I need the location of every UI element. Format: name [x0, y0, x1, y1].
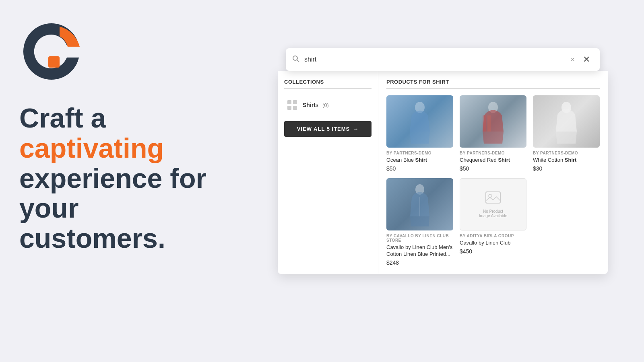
- product-card-1[interactable]: BY PARTNERS-DEMO Ocean Blue Shirt $50: [386, 95, 453, 172]
- collection-name-bold: Shirt: [303, 102, 316, 108]
- no-image-icon: [485, 190, 501, 208]
- products-column: Products for shirt BY PARTNERS-DEMO Ocea…: [378, 71, 608, 274]
- svg-rect-10: [487, 115, 491, 132]
- search-input[interactable]: [304, 56, 567, 63]
- logo: [19, 19, 84, 84]
- collections-column: Collections Shirts (0) VIEW ALL 5 ITEMS: [278, 71, 378, 274]
- left-panel: Craft a captivating experience for your …: [0, 0, 242, 362]
- view-all-label: VIEW ALL 5 ITEMS: [297, 126, 350, 132]
- product-3-name: White Cotton Shirt: [533, 157, 600, 164]
- collection-icon: [286, 99, 299, 111]
- product-card-5[interactable]: No ProductImage Available BY ADITYA BIRL…: [460, 178, 526, 266]
- collection-name: Shirts: [303, 102, 318, 108]
- headline-line4: your customers.: [19, 193, 222, 253]
- products-header: Products for shirt: [386, 79, 600, 89]
- product-4-price: $248: [386, 259, 453, 266]
- collections-header: Collections: [284, 79, 372, 89]
- right-panel: × ✕ Collections Shirts (0): [242, 0, 644, 362]
- svg-rect-9: [483, 115, 486, 132]
- svg-rect-6: [293, 106, 297, 110]
- product-card-2[interactable]: BY PARTNERS-DEMO Chequered Red Shirt $50: [460, 95, 526, 172]
- collection-name-suffix: s: [316, 102, 318, 108]
- svg-rect-3: [287, 100, 291, 104]
- product-image-5-placeholder: No ProductImage Available: [460, 178, 526, 230]
- product-2-name: Chequered Red Shirt: [460, 157, 526, 164]
- svg-line-2: [297, 60, 299, 62]
- product-card-3[interactable]: BY PARTNERS-DEMO White Cotton Shirt $30: [533, 95, 600, 172]
- products-grid: BY PARTNERS-DEMO Ocean Blue Shirt $50: [386, 95, 600, 266]
- svg-point-15: [489, 194, 492, 197]
- product-3-by: BY PARTNERS-DEMO: [533, 151, 600, 155]
- product-image-3: [533, 95, 600, 148]
- product-1-name: Ocean Blue Shirt: [386, 157, 453, 164]
- product-5-price: $450: [460, 248, 526, 255]
- product-image-2: [460, 95, 526, 148]
- view-all-button[interactable]: VIEW ALL 5 ITEMS →: [284, 121, 372, 137]
- product-card-4[interactable]: BY CAVALLO BY LINEN CLUB STORE Cavallo b…: [386, 178, 453, 266]
- search-icon: [292, 55, 299, 64]
- search-results-panel: Collections Shirts (0) VIEW ALL 5 ITEMS: [278, 71, 608, 274]
- search-bar: × ✕: [286, 48, 600, 71]
- no-image-text: No ProductImage Available: [479, 209, 507, 218]
- product-2-price: $50: [460, 165, 526, 172]
- product-image-4: [386, 178, 453, 230]
- product-4-by: BY CAVALLO BY LINEN CLUB STORE: [386, 234, 453, 243]
- collection-count: (0): [322, 102, 329, 108]
- product-5-name: Cavallo by Linen Club: [460, 240, 526, 247]
- product-1-by: BY PARTNERS-DEMO: [386, 151, 453, 155]
- product-image-1: [386, 95, 453, 148]
- svg-rect-4: [293, 100, 297, 104]
- svg-rect-14: [486, 192, 500, 203]
- svg-rect-5: [287, 106, 291, 110]
- product-3-price: $30: [533, 165, 600, 172]
- search-close-button[interactable]: ✕: [580, 53, 593, 66]
- product-4-name: Cavallo by Linen Club Men's Cotton Linen…: [386, 244, 453, 258]
- headline-line2: captivating: [19, 133, 222, 163]
- view-all-arrow: →: [353, 126, 359, 132]
- product-2-by: BY PARTNERS-DEMO: [460, 151, 526, 155]
- product-5-by: BY ADITYA BIRLA GROUP: [460, 234, 526, 238]
- headline-line3: experience for: [19, 163, 222, 193]
- headline-line1: Craft a: [19, 103, 222, 133]
- search-clear-button[interactable]: ×: [567, 54, 578, 66]
- collection-item-shirts[interactable]: Shirts (0): [284, 95, 372, 115]
- headline: Craft a captivating experience for your …: [19, 103, 222, 253]
- svg-rect-0: [48, 56, 60, 68]
- product-1-price: $50: [386, 165, 453, 172]
